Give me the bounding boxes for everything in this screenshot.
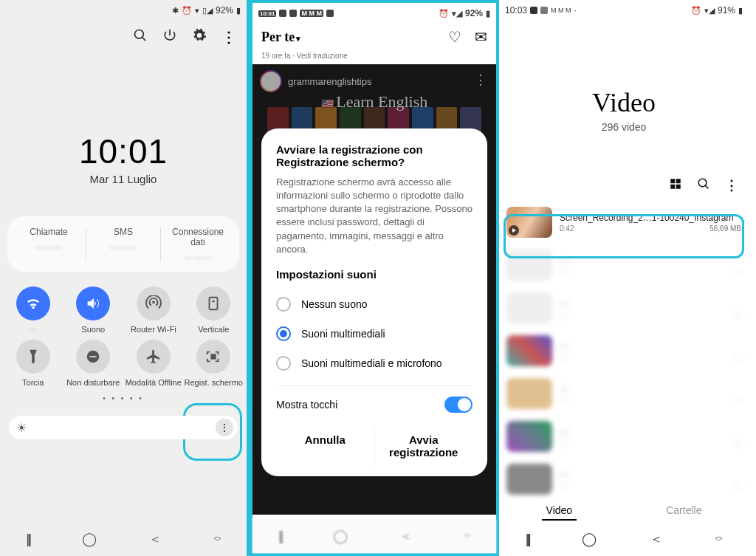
bluetooth-icon: ✱ [172,6,179,16]
battery-pct: 91% [718,5,735,16]
app-icon: M M M [300,10,323,17]
nav-back-icon[interactable]: ＜ [148,530,162,548]
show-touches-toggle[interactable]: Mostra tocchi [276,394,472,416]
reel-video[interactable]: grammarenglishtips ⋮ 🇺🇸 Learn English Av… [252,64,496,515]
clock: 10:01 Mar 11 Luglio [0,131,247,185]
battery-icon: ▮ [236,6,241,16]
status-bar: ✱ ⏰ ▾ ▯◢ 92% ▮ [0,0,247,21]
video-size: 56,69 MB [709,224,741,233]
chevron-down-icon: ▾ [296,34,300,43]
card-calls[interactable]: Chiamate — — — [12,227,86,261]
video-item[interactable]: ——— [506,372,741,415]
switch-on-icon [444,397,472,413]
gear-icon[interactable] [192,28,207,46]
svg-rect-1 [90,356,97,357]
app-icon [530,7,537,14]
radio-icon [276,297,291,312]
more-icon[interactable]: ⋮ [725,177,738,193]
nav-accessibility-icon[interactable]: ⌔ [715,533,722,546]
video-item[interactable]: ——— [506,329,741,372]
card-sms[interactable]: SMS — — — [86,227,161,261]
wifi-icon: ▾◢ [452,9,462,18]
qs-screen-record[interactable]: Regist. schermo [184,337,244,390]
qs-sound[interactable]: Suono [63,284,124,337]
option-media-sound[interactable]: Suoni multimediali [276,319,472,349]
video-duration: 0:42 [560,224,574,233]
video-item[interactable]: ——— [506,415,741,458]
qs-dnd[interactable]: Non disturbare [63,337,124,390]
nav-recent-icon[interactable]: ||| [26,532,30,547]
nav-home-icon[interactable]: ◯ [582,531,597,547]
brightness-icon: ☀ [16,421,27,435]
alarm-icon: ⏰ [439,9,449,18]
brightness-more-icon[interactable]: ⋮ [216,419,233,436]
status-bar: 10:03 M M M · ⏰ ▾◢ 91% ▮ [499,0,749,21]
start-recording-button[interactable]: Avvia registrazione [374,426,473,466]
dialog-description: Registrazione schermo avrà accesso alle … [276,176,472,256]
battery-pct: 92% [465,8,483,18]
nav-recent-icon[interactable]: ||| [278,529,282,544]
cancel-button[interactable]: Annulla [276,426,374,466]
app-icon [540,7,548,14]
nav-home-icon[interactable]: ◯ [82,531,97,547]
tab-folders[interactable]: Cartelle [662,501,706,521]
nav-bar: ||| ◯ ＜ ⌔ [0,522,247,556]
feed-tab[interactable]: Per te▾ [261,30,300,45]
heart-icon[interactable]: ♡ [448,28,461,46]
search-icon[interactable] [133,28,148,46]
video-item-recording[interactable]: Screen_Recording_2…1-100240_Instagram 0:… [506,201,741,244]
wifi-icon: ▾◢ [704,6,715,16]
nav-recent-icon[interactable]: ||| [526,532,529,547]
gallery-toolbar: ⋮ [499,133,749,201]
clock-date: Mar 11 Luglio [0,173,247,185]
nav-accessibility-icon[interactable]: ⌔ [214,533,221,546]
option-no-sound[interactable]: Nessun suono [276,289,472,319]
wifi-icon: ▾ [195,6,199,16]
grid-icon[interactable] [669,177,682,193]
phone-gallery: 10:03 M M M · ⏰ ▾◢ 91% ▮ Video 296 video… [499,0,749,556]
qs-airplane[interactable]: Modalità Offline [123,337,184,390]
battery-pct: 92% [216,5,233,16]
power-icon[interactable] [162,28,177,46]
qs-torch[interactable]: Torcia [3,337,63,390]
more-notifs: · [574,5,577,16]
video-list: Screen_Recording_2…1-100240_Instagram 0:… [499,201,749,501]
phone-recording-dialog: 10:01 M M M ⏰ ▾◢ 92% ▮ Per te▾ ♡ ✉ 19 or [250,0,499,556]
signal-icon: ▯◢ [202,6,213,16]
radio-icon-selected [276,326,291,341]
video-item[interactable]: ——— [506,244,741,286]
search-icon[interactable] [697,177,710,193]
status-bar: 10:01 M M M ⏰ ▾◢ 92% ▮ [252,3,496,24]
qs-wifi[interactable]: — [3,284,63,337]
card-data[interactable]: Connessione dati — — — [161,227,235,261]
screen-record-dialog: Avviare la registrazione con Registrazio… [261,128,487,476]
tab-videos[interactable]: Video [542,501,577,521]
nav-back-icon[interactable]: ＜ [399,527,413,545]
video-item[interactable]: ——— [506,458,741,501]
qs-rotation[interactable]: Verticale [184,284,244,337]
messenger-icon[interactable]: ✉ [475,28,487,46]
clock-time: 10:01 [0,131,247,171]
battery-icon: ▮ [738,6,743,16]
option-media-mic[interactable]: Suoni multimediali e microfono [276,349,472,378]
video-thumbnail [506,207,552,238]
app-icon [326,10,334,17]
qs-hotspot[interactable]: Router Wi-Fi [123,284,184,337]
app-icon: M M M [551,7,571,14]
gallery-tabs: Video Cartelle [499,501,749,521]
phone-quick-settings: ✱ ⏰ ▾ ▯◢ 92% ▮ ⋮ 10:01 Mar 11 Luglio Chi… [0,0,250,556]
brightness-slider[interactable]: ☀ ⋮ [9,416,238,439]
video-filename: Screen_Recording_2…1-100240_Instagram [560,213,741,223]
video-item[interactable]: ——— [506,286,741,329]
status-time: 10:01 [258,10,276,17]
radio-icon [276,356,291,371]
feed-header: Per te▾ ♡ ✉ [252,24,496,50]
more-icon[interactable]: ⋮ [221,28,236,46]
nav-bar: ||| ◯ ＜ ⌔ [252,519,496,553]
panel-actions: ⋮ [0,21,247,50]
nav-home-icon[interactable]: ◯ [333,528,348,544]
qs-wifi-label: — [3,325,63,334]
nav-back-icon[interactable]: ＜ [650,530,663,548]
play-icon [509,225,519,236]
nav-accessibility-icon[interactable]: ⌔ [464,530,470,543]
